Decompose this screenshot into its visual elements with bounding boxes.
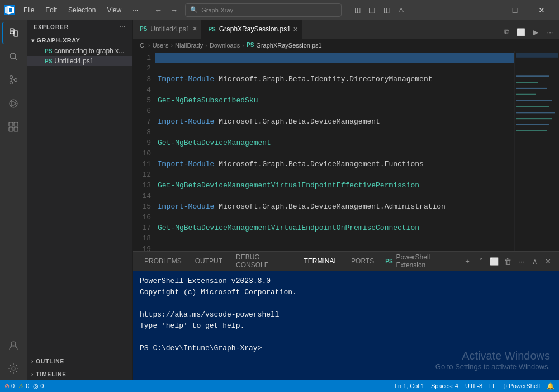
breadcrumb-users[interactable]: Users [153,42,169,49]
activity-account[interactable] [2,334,25,356]
activity-bar [0,20,27,380]
sidebar-more-icon[interactable]: ··· [120,24,126,30]
layout-icon-2[interactable]: ◫ [365,4,378,16]
svg-rect-17 [516,53,558,58]
status-right: Ln 1, Col 1 Spaces: 4 UTF-8 LF {} PowerS… [395,382,555,390]
timeline-section[interactable]: › TIMELINE [27,369,132,380]
tab-ps-icon-1: PS [140,26,147,32]
status-spaces[interactable]: Spaces: 4 [431,382,458,389]
activity-debug[interactable] [2,92,25,115]
menu-file[interactable]: File [19,5,39,15]
split-editor-right-button[interactable]: ⬜ [514,25,528,39]
code-line-5: Get-MgBetaSubscribedSku [155,95,514,106]
app-icon [4,5,15,15]
language-label: {} PowerShell [503,382,540,389]
activity-source-control[interactable] [2,69,25,91]
menu-edit[interactable]: Edit [41,5,61,15]
terminal-tab-terminal[interactable]: TERMINAL [297,252,344,271]
code-line-6 [155,106,514,116]
breadcrumb-file[interactable]: GraphXRaySession.ps1 [256,42,321,49]
layout-icon-3[interactable]: ◫ [380,4,393,16]
split-editor-button[interactable]: ⧉ [500,25,513,39]
terminal-more-button[interactable]: ··· [515,254,528,268]
breadcrumb-sep-4: › [242,42,244,49]
main-layout: EXPLORER ··· ▾ GRAPH-XRAY PS connecting … [0,20,559,380]
activity-extensions[interactable] [2,116,25,138]
status-cursor[interactable]: Ln 1, Col 1 [395,382,424,389]
breadcrumb-c[interactable]: C: [140,42,146,49]
file-name-untitled4: Untitled4.ps1 [54,57,93,65]
svg-rect-26 [516,124,549,125]
svg-rect-13 [9,127,13,131]
status-language[interactable]: {} PowerShell [503,382,540,389]
project-name: GRAPH-XRAY [37,37,80,44]
terminal-collapse-button[interactable]: ∧ [529,254,541,268]
close-button[interactable]: ✕ [529,0,555,20]
nav-back[interactable]: ← [151,4,165,16]
menu-view[interactable]: View [102,5,126,15]
project-section[interactable]: ▾ GRAPH-XRAY [27,35,132,46]
status-eol[interactable]: LF [489,382,496,389]
svg-marker-9 [12,101,16,106]
chevron-right-icon: › [31,358,34,365]
sidebar-header: EXPLORER ··· [27,20,132,35]
outline-section[interactable]: › OUTLINE [27,356,132,367]
minimize-button[interactable]: – [475,0,501,20]
terminal-add-button[interactable]: + [461,254,473,268]
layout-icon-1[interactable]: ◫ [350,4,364,16]
status-bar: ⊘ 0 ⚠ 0 ◎ 0 Ln 1, Col 1 Spaces: 4 UTF-8 … [0,380,559,392]
terminal-tab-ports[interactable]: PORTS [344,252,381,271]
terminal-tab-debug[interactable]: DEBUG CONSOLE [229,252,297,271]
svg-rect-12 [14,122,18,126]
menu-more[interactable]: ··· [128,5,143,15]
tab-graphxray[interactable]: PS GraphXRaySession.ps1 ✕ [201,20,302,39]
code-editor[interactable]: 12345 678910 1112131415 16171819 Import-… [133,51,559,251]
maximize-button[interactable]: □ [502,0,528,20]
terminal-trash-button[interactable]: 🗑 [501,254,514,268]
terminal-tab-bar: PROBLEMS OUTPUT DEBUG CONSOLE TERMINAL P… [133,252,559,271]
breadcrumb-niall[interactable]: NiallBrady [175,42,203,49]
code-line-15: Import-Module Microsoft.Graph.Beta.Devic… [155,201,514,212]
svg-rect-24 [516,112,555,113]
tab-close-graphxray[interactable]: ✕ [292,25,300,33]
svg-point-4 [10,53,16,59]
status-notifications[interactable]: 🔔 [547,382,555,390]
terminal-shell-label: PS PowerShell Extension [381,253,460,269]
status-encoding[interactable]: UTF-8 [465,382,482,389]
terminal-dropdown-button[interactable]: ˅ [475,254,487,268]
sidebar-file-untitled4[interactable]: PS Untitled4.ps1 [27,56,132,66]
tab-untitled4[interactable]: PS Untitled4.ps1 ✕ [133,20,201,39]
sidebar: EXPLORER ··· ▾ GRAPH-XRAY PS connecting … [27,20,133,380]
activity-search[interactable] [2,45,25,68]
terminal-split-button[interactable]: ⬜ [488,254,500,268]
status-errors[interactable]: ⊘ 0 ⚠ 0 ◎ 0 [4,382,44,390]
breadcrumb-sep-1: › [148,42,150,49]
terminal-close-button[interactable]: ✕ [542,254,555,268]
nav-forward[interactable]: → [167,4,181,16]
sidebar-file-connecting[interactable]: PS connecting to graph x... [27,46,132,56]
tab-close-untitled4[interactable]: ✕ [191,25,198,33]
terminal-tab-output[interactable]: OUTPUT [188,252,229,271]
notification-icon: 🔔 [547,382,555,390]
explorer-title: EXPLORER [34,24,69,30]
run-button[interactable]: ▶ [529,25,542,39]
terminal-content[interactable]: PowerShell Extension v2023.8.0 Copyright… [133,271,559,380]
warning-icon: ⚠ [18,382,24,390]
menu-selection[interactable]: Selection [64,5,100,15]
term-line-4: https://aka.ms/vscode-powershell [140,309,552,320]
svg-rect-20 [516,88,547,89]
tab-action-more[interactable]: ··· [543,25,557,39]
search-bar[interactable]: 🔍 Graph-Xray [185,3,342,17]
ps-file-icon: PS [45,48,52,54]
code-line-3: Import-Module Microsoft.Graph.Beta.Ident… [155,74,514,84]
code-line-8 [155,127,514,138]
terminal-tab-problems[interactable]: PROBLEMS [138,252,188,271]
activity-explorer[interactable] [2,22,25,44]
chevron-down-icon: ▾ [31,37,35,44]
breadcrumb-downloads[interactable]: Downloads [210,42,240,49]
code-line-18 [155,233,514,244]
activity-settings[interactable] [2,357,25,380]
code-content[interactable]: Import-Module Microsoft.Graph.Beta.Ident… [155,51,514,251]
tab-label-untitled4: Untitled4.ps1 [150,25,190,33]
layout-icon-4[interactable]: ⧍ [394,4,408,16]
